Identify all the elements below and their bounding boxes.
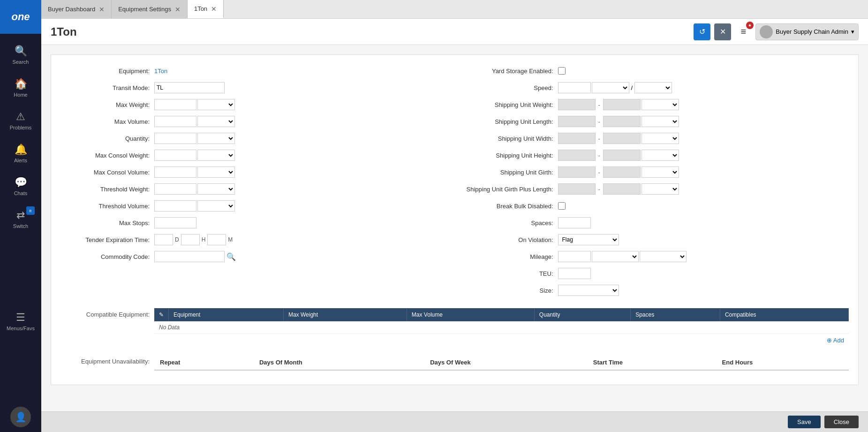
size-select[interactable] (558, 285, 619, 296)
shipping-unit-width-select[interactable] (642, 133, 679, 144)
speed-input[interactable] (558, 82, 591, 93)
shipping-unit-height-input[interactable] (558, 150, 596, 161)
left-column: Equipment: 1Ton Transit Mode: Max Weight… (60, 64, 445, 301)
max-weight-select[interactable] (197, 99, 235, 110)
max-volume-select[interactable] (197, 116, 235, 127)
tab-equipment-settings[interactable]: Equipment Settings ✕ (112, 0, 188, 18)
user-avatar[interactable]: 👤 (10, 407, 31, 427)
max-weight-inputs (154, 99, 235, 110)
shipping-unit-height-input2[interactable] (603, 150, 641, 161)
tab-label-equipment-settings: Equipment Settings (118, 6, 171, 13)
tab-buyer-dashboard[interactable]: Buyer Dashboard ✕ (41, 0, 112, 18)
shipping-unit-weight-select[interactable] (642, 99, 679, 110)
shipping-unit-height-select[interactable] (642, 150, 679, 161)
shipping-unit-weight-input2[interactable] (603, 99, 641, 110)
tender-d-input[interactable] (154, 234, 173, 245)
shipping-unit-length-input[interactable] (558, 116, 596, 127)
refresh-button[interactable]: ↺ (694, 23, 710, 40)
shipping-unit-girth-label: Shipping Unit Girth: (464, 169, 558, 176)
quantity-row: Quantity: (60, 132, 445, 145)
spaces-input[interactable] (558, 217, 591, 228)
commodity-code-input[interactable] (154, 251, 225, 262)
user-dropdown[interactable]: Buyer Supply Chain Admin ▾ (755, 23, 859, 40)
compatible-equipment-table: ✎ Equipment Max Weight Max Volume Quanti… (154, 308, 849, 334)
tender-m-input[interactable] (207, 234, 226, 245)
tab-close-buyer-dashboard[interactable]: ✕ (99, 6, 105, 13)
sidebar-bottom: 👤 (10, 407, 31, 432)
sidebar-item-switch[interactable]: ⇄ ≡ Switch (0, 203, 41, 235)
max-consol-volume-label: Max Consol Volume: (60, 169, 154, 176)
sidebar-item-problems[interactable]: ⚠ Problems (0, 104, 41, 137)
add-compatible-button[interactable]: ⊕ Add (827, 337, 844, 344)
tender-h-input[interactable] (181, 234, 200, 245)
break-bulk-label: Break Bulk Disabled: (464, 203, 558, 210)
shipping-unit-length-select[interactable] (642, 116, 679, 127)
compatible-equipment-section: Compatible Equipment: ✎ Equipment Max We… (60, 308, 849, 351)
max-consol-volume-input[interactable] (154, 167, 196, 178)
tab-close-equipment-settings[interactable]: ✕ (175, 6, 181, 13)
mileage-select-2[interactable] (640, 251, 687, 262)
shipping-unit-girth-input[interactable] (558, 167, 596, 178)
save-button[interactable]: Save (788, 416, 821, 428)
sidebar-item-chats[interactable]: 💬 Chats (0, 170, 41, 203)
sidebar-item-label-menus: Menus/Favs (7, 326, 35, 331)
shipping-unit-girth-input2[interactable] (603, 167, 641, 178)
shipping-unit-girth-select[interactable] (642, 167, 679, 178)
mileage-input[interactable] (558, 251, 591, 262)
shipping-unit-width-input[interactable] (558, 133, 596, 144)
user-name: Buyer Supply Chain Admin (776, 28, 848, 35)
tab-bar: Buyer Dashboard ✕ Equipment Settings ✕ 1… (41, 0, 868, 19)
compatible-equipment-table-container: ✎ Equipment Max Weight Max Volume Quanti… (154, 308, 849, 347)
max-consol-weight-select[interactable] (197, 150, 235, 161)
shipping-unit-girth-plus-input[interactable] (558, 183, 596, 195)
sidebar-item-menus[interactable]: ☰ Menus/Favs (0, 305, 41, 338)
menu-button[interactable]: ≡ ★ (735, 23, 752, 40)
equipment-label: Equipment: (60, 68, 154, 75)
sidebar-item-home[interactable]: 🏠 Home (0, 71, 41, 104)
threshold-weight-select[interactable] (197, 183, 235, 195)
right-column: Yard Storage Enabled: Speed: / S (464, 64, 849, 301)
search-icon: 🔍 (15, 45, 27, 57)
logo-text: one (11, 11, 30, 23)
yard-storage-label: Yard Storage Enabled: (464, 68, 558, 75)
equipment-unavailability-label: Equipment Unavailability: (60, 355, 154, 365)
max-consol-weight-inputs (154, 150, 235, 161)
shipping-unit-girth-plus-select[interactable] (642, 183, 679, 195)
unavail-col-end-hours: End Hours (717, 355, 849, 370)
unavail-col-start-time: Start Time (588, 355, 717, 370)
sidebar-item-alerts[interactable]: 🔔 Alerts (0, 137, 41, 170)
quantity-select[interactable] (197, 133, 235, 144)
app-logo[interactable]: one (0, 0, 41, 34)
close-button[interactable]: Close (824, 416, 859, 428)
yard-storage-checkbox[interactable] (558, 67, 566, 75)
max-stops-input[interactable] (154, 217, 196, 228)
speed-select-2[interactable] (634, 82, 672, 93)
tab-1ton[interactable]: 1Ton ✕ (188, 0, 224, 18)
threshold-volume-select[interactable] (197, 200, 235, 212)
max-weight-input[interactable] (154, 99, 196, 110)
shipping-unit-length-input2[interactable] (603, 116, 641, 127)
sidebar-item-search[interactable]: 🔍 Search (0, 38, 41, 71)
teu-input[interactable] (558, 268, 591, 279)
shipping-unit-girth-plus-inputs: - (558, 183, 679, 195)
speed-select-1[interactable] (592, 82, 629, 93)
max-consol-volume-select[interactable] (197, 167, 235, 178)
transit-mode-input[interactable] (154, 82, 225, 93)
mileage-select-1[interactable] (592, 251, 639, 262)
break-bulk-checkbox[interactable] (558, 202, 566, 210)
threshold-volume-input[interactable] (154, 200, 196, 212)
max-volume-input[interactable] (154, 116, 196, 127)
shipping-unit-weight-input[interactable] (558, 99, 596, 110)
max-consol-weight-input[interactable] (154, 150, 196, 161)
close-page-button[interactable]: ✕ (714, 23, 731, 40)
on-violation-select[interactable]: Flag (558, 234, 619, 245)
quantity-input[interactable] (154, 133, 196, 144)
threshold-weight-input[interactable] (154, 183, 196, 195)
commodity-search-button[interactable]: 🔍 (226, 252, 236, 261)
shipping-unit-girth-row: Shipping Unit Girth: - (464, 166, 849, 179)
transit-mode-label: Transit Mode: (60, 84, 154, 91)
shipping-unit-girth-plus-input2[interactable] (603, 183, 641, 195)
yard-storage-row: Yard Storage Enabled: (464, 64, 849, 77)
shipping-unit-width-input2[interactable] (603, 133, 641, 144)
tab-close-1ton[interactable]: ✕ (211, 6, 217, 12)
